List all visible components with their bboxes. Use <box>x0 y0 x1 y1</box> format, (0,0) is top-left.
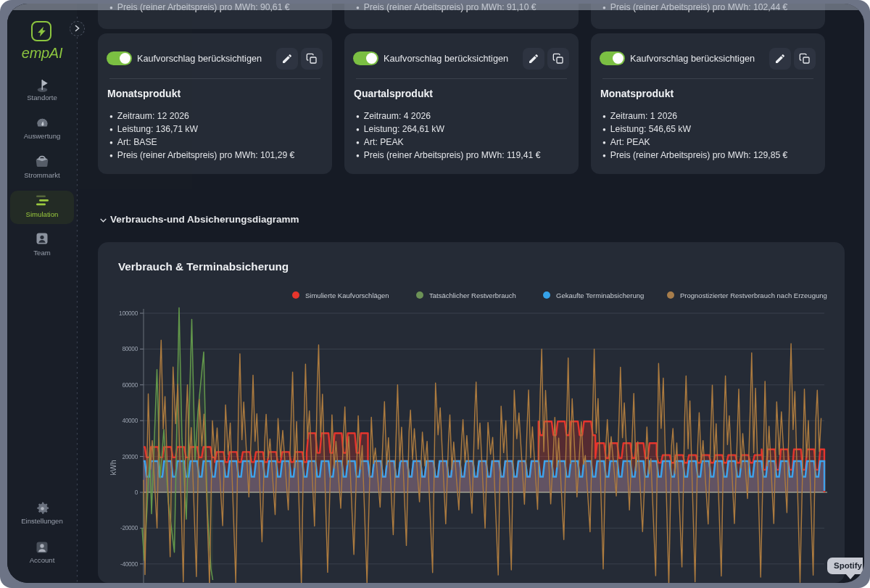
svg-text:-20000: -20000 <box>120 524 138 531</box>
svg-text:kWh: kWh <box>109 460 117 475</box>
svg-text:0: 0 <box>135 489 138 496</box>
svg-text:80000: 80000 <box>122 345 138 352</box>
svg-text:40000: 40000 <box>122 417 138 424</box>
svg-text:100000: 100000 <box>119 310 138 317</box>
svg-text:20000: 20000 <box>122 453 138 460</box>
svg-text:-40000: -40000 <box>120 560 138 568</box>
svg-text:60000: 60000 <box>122 381 138 389</box>
